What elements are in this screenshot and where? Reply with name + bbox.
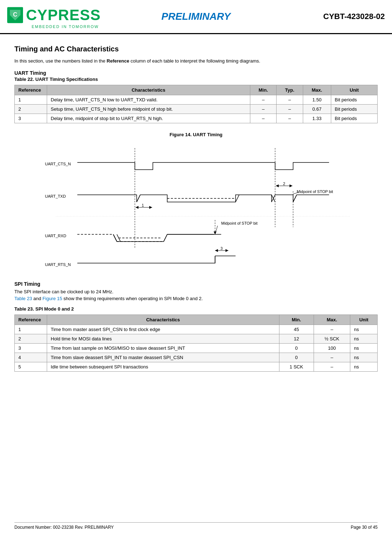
unit-cell: ns — [350, 325, 378, 334]
ref-cell: 3 — [15, 114, 47, 123]
min-cell: – — [250, 114, 277, 123]
svg-marker-31 — [225, 249, 228, 252]
unit-cell: ns — [350, 353, 378, 362]
table-row: 3 Delay time, midpoint of stop bit to UA… — [15, 114, 378, 123]
ref-cell: 2 — [15, 334, 47, 344]
characteristics-cell: Idle time between subsequent SPI transac… — [47, 362, 279, 372]
characteristics-cell: Delay time, UART_CTS_N low to UART_TXD v… — [47, 95, 250, 105]
table-row: 1 Delay time, UART_CTS_N low to UART_TXD… — [15, 95, 378, 105]
min-cell: 12 — [279, 334, 314, 344]
table-row: 2 Hold time for MOSI data lines 12 ½ SCK… — [15, 334, 378, 344]
uart-table-header-row: Reference Characteristics Min. Typ. Max.… — [15, 85, 378, 95]
min-cell: – — [250, 95, 277, 105]
table-row: 5 Idle time between subsequent SPI trans… — [15, 362, 378, 372]
logo-cypress: C CYPRESS — [7, 4, 101, 26]
uart-col-characteristics: Characteristics — [47, 85, 250, 95]
ref-cell: 4 — [15, 353, 47, 362]
ref-cell: 1 — [15, 95, 47, 105]
uart-rts-label: UART_RTS_N — [45, 262, 71, 267]
typ-cell: – — [277, 114, 303, 123]
svg-line-24 — [164, 234, 167, 242]
max-cell: 1.33 — [303, 114, 331, 123]
characteristics-cell: Time from slave deassert SPI_INT to mast… — [47, 353, 279, 362]
spi-timing-table: Reference Characteristics Min. Max. Unit… — [14, 315, 378, 372]
spi-end-text: show the timing requirements when operat… — [62, 296, 203, 301]
svg-marker-15 — [276, 184, 279, 187]
spi-table-caption: Table 23. SPI Mode 0 and 2 — [14, 306, 378, 312]
figure14-caption: Figure 14. UART Timing — [14, 132, 378, 137]
ref-cell: 2 — [15, 105, 47, 114]
unit-cell: ns — [350, 362, 378, 372]
min-cell: 1 SCK — [279, 362, 314, 372]
min-cell: 0 — [279, 353, 314, 362]
max-cell: – — [314, 325, 350, 334]
logo-tagline: EMBEDDED IN TOMORROW — [32, 24, 101, 29]
table-row: 3 Time from last sample on MOSI/MISO to … — [15, 344, 378, 353]
uart-col-typ: Typ. — [277, 85, 303, 95]
header-middle: PRELIMINARY — [101, 11, 291, 22]
svg-text:C: C — [13, 11, 17, 18]
uart-timing-table: Reference Characteristics Min. Typ. Max.… — [14, 85, 378, 123]
spi-intro: The SPI interface can be clocked up to 2… — [14, 289, 378, 294]
arrow-label-3: 3 — [220, 246, 223, 251]
arrow-label-1: 1 — [142, 203, 144, 207]
max-cell: 100 — [314, 344, 350, 353]
max-cell: 1.50 — [303, 95, 331, 105]
spi-col-reference: Reference — [15, 315, 47, 325]
min-cell: – — [250, 105, 277, 114]
ref-cell: 3 — [15, 344, 47, 353]
table-row: 1 Time from master assert SPI_CSN to fir… — [15, 325, 378, 334]
max-cell: – — [314, 353, 350, 362]
uart-rxd-label: UART_RXD — [45, 234, 66, 238]
min-cell: 0 — [279, 344, 314, 353]
min-cell: 45 — [279, 325, 314, 334]
footer-doc-number: Document Number: 002-23238 Rev. PRELIMIN… — [14, 525, 114, 530]
table23-link[interactable]: Table 23 — [14, 296, 32, 301]
uart-col-unit: Unit — [331, 85, 377, 95]
unit-cell: ns — [350, 344, 378, 353]
spi-col-min: Min. — [279, 315, 314, 325]
characteristics-cell: Time from master assert SPI_CSN to first… — [47, 325, 279, 334]
svg-marker-30 — [215, 249, 218, 252]
svg-marker-13 — [149, 206, 152, 209]
section-intro-text1: In this section, use the numbers listed … — [14, 58, 107, 64]
max-cell: ½ SCK — [314, 334, 350, 344]
uart-col-reference: Reference — [15, 85, 47, 95]
logo-area: C CYPRESS EMBEDDED IN TOMORROW — [7, 4, 101, 29]
typ-cell: – — [277, 95, 303, 105]
doc-number-header: CYBT-423028-02 — [323, 12, 385, 21]
spi-link-line: Table 23 and Figure 15 show the timing r… — [14, 296, 378, 301]
unit-cell: Bit periods — [331, 114, 377, 123]
ref-cell: 1 — [15, 325, 47, 334]
section-intro-text2: column of each table to interpret the fo… — [129, 58, 260, 64]
page-header: C CYPRESS EMBEDDED IN TOMORROW PRELIMINA… — [0, 0, 392, 34]
max-cell: 0.67 — [303, 105, 331, 114]
unit-cell: ns — [350, 334, 378, 344]
spi-col-characteristics: Characteristics — [47, 315, 279, 325]
svg-line-7 — [236, 195, 239, 202]
main-content: Timing and AC Characteristics In this se… — [0, 34, 392, 402]
table-row: 2 Setup time, UART_CTS_N high before mid… — [15, 105, 378, 114]
max-cell: – — [314, 362, 350, 372]
midpoint-stop-label-2: Midpoint of STOP bit — [221, 221, 257, 225]
figure15-link[interactable]: Figure 15 — [42, 296, 62, 301]
midpoint-stop-label-1: Midpoint of STOP bit — [297, 189, 333, 194]
characteristics-cell: Delay time, midpoint of stop bit to UART… — [47, 114, 250, 123]
uart-col-min: Min. — [250, 85, 277, 95]
typ-cell: – — [277, 105, 303, 114]
svg-line-9 — [293, 195, 297, 202]
svg-line-23 — [113, 234, 117, 242]
uart-subsection-title: UART Timing — [14, 70, 378, 76]
page-footer: Document Number: 002-23238 Rev. PRELIMIN… — [14, 522, 378, 530]
company-name: CYPRESS — [26, 6, 101, 24]
section-intro: In this section, use the numbers listed … — [14, 58, 378, 64]
svg-marker-12 — [136, 206, 138, 209]
spi-col-max: Max. — [314, 315, 350, 325]
spi-and-text: and — [32, 296, 42, 301]
characteristics-cell: Time from last sample on MOSI/MISO to sl… — [47, 344, 279, 353]
uart-timing-diagram: UART_CTS_N UART_TXD 1 — [14, 141, 378, 270]
spi-col-unit: Unit — [350, 315, 378, 325]
uart-table-caption: Table 22. UART Timing Specifications — [14, 77, 378, 82]
ref-cell: 5 — [15, 362, 47, 372]
table-row: 4 Time from slave deassert SPI_INT to ma… — [15, 353, 378, 362]
